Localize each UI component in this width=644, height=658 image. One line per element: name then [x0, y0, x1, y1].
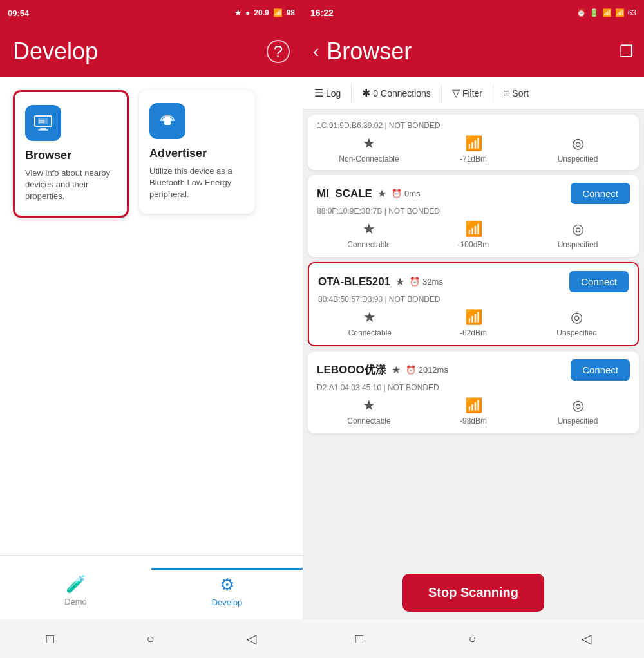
device-card-mi-scale[interactable]: MI_SCALE ★ ⏰ 0ms Connect 88:0F:10:9E:3B:…	[308, 175, 639, 257]
mi-scale-top: MI_SCALE ★ ⏰ 0ms Connect	[317, 183, 630, 204]
right-battery-icon: 🔋	[589, 8, 599, 17]
clock-icon-2: ⏰	[410, 277, 420, 287]
advertiser-card[interactable]: Advertiser Utilize this device as a Blue…	[139, 90, 255, 214]
mi-scale-prop2-label: -100dBm	[458, 240, 489, 249]
ota-ble-star-icon[interactable]: ★	[395, 276, 404, 288]
ota-ble-time-value: 32ms	[422, 277, 443, 287]
clock-icon-3: ⏰	[406, 365, 416, 375]
ota-ble-mac: 80:4B:50:57:D3:90 | NOT BONDED	[318, 295, 629, 304]
monitor-icon	[33, 113, 53, 133]
browser-card[interactable]: Browser View info about nearby devices a…	[13, 90, 129, 218]
left-system-nav: □ ○ ◁	[0, 619, 303, 658]
ota-ble-prop2-label: -62dBm	[460, 328, 487, 337]
partial-device-card: 1C:91:9D:B6:39:02 | NOT BONDED ★ Non-Con…	[308, 115, 639, 170]
svg-rect-5	[39, 120, 44, 123]
partial-prop-3: ◎ Unspecified	[526, 135, 630, 164]
advertiser-card-desc: Utilize this device as a Bluetooth Low E…	[149, 165, 245, 201]
toolbar-divider-1	[351, 84, 352, 102]
advertiser-card-title: Advertiser	[149, 147, 207, 160]
target-prop-icon-3: ◎	[572, 397, 584, 414]
right-panel: 16:22 ⏰ 🔋 📶 📶 63 ‹ Browser ❐ ☰ Log ✱ 0 C…	[303, 0, 644, 658]
right-battery-num: 63	[628, 8, 636, 17]
lebooo-star-icon[interactable]: ★	[392, 364, 401, 376]
device-card-lebooo[interactable]: LEBOOO优漾 ★ ⏰ 2012ms Connect D2:A1:04:03:…	[308, 352, 639, 433]
wifi-prop-icon-2: 📶	[465, 309, 482, 326]
right-header-left: ‹ Browser	[313, 38, 412, 65]
mi-scale-star-icon[interactable]: ★	[377, 187, 386, 200]
right-circle-btn[interactable]: ○	[468, 632, 476, 646]
right-app-title: Browser	[327, 38, 412, 65]
demo-tab-label: Demo	[64, 597, 87, 606]
signal-status-icon: ●	[245, 8, 250, 17]
right-wifi-icon: 📶	[615, 8, 625, 17]
lebooo-prop-1: ★ Connectable	[317, 397, 421, 426]
nav-tab-demo[interactable]: 🧪 Demo	[0, 569, 151, 606]
gear-icon: ⚙	[220, 575, 234, 595]
right-toolbar: ☰ Log ✱ 0 Connections ▽ Filter ≡ Sort	[303, 77, 644, 109]
left-triangle-btn[interactable]: ◁	[247, 631, 256, 646]
wifi-status-icon: 📶	[273, 8, 283, 17]
lebooo-prop1-label: Connectable	[347, 417, 390, 426]
ota-ble-prop1-label: Connectable	[348, 328, 392, 337]
lebooo-prop-3: ◎ Unspecified	[526, 397, 630, 426]
filter-button[interactable]: ▽ Filter	[446, 83, 489, 103]
layers-icon[interactable]: ❐	[620, 42, 634, 61]
connections-icon: ✱	[362, 87, 370, 99]
target-prop-icon-1: ◎	[572, 221, 584, 238]
right-square-btn[interactable]: □	[355, 632, 363, 646]
ota-ble-prop3-label: Unspecified	[556, 328, 597, 337]
mi-scale-connect-button[interactable]: Connect	[571, 183, 630, 204]
left-content: Browser View info about nearby devices a…	[0, 77, 303, 555]
right-triangle-btn[interactable]: ◁	[582, 631, 591, 646]
lebooo-name-row: LEBOOO优漾 ★ ⏰ 2012ms	[317, 362, 448, 377]
ota-ble-name-row: OTA-BLE5201 ★ ⏰ 32ms	[318, 276, 443, 288]
lebooo-connect-button[interactable]: Connect	[571, 359, 630, 381]
ota-ble-connect-button[interactable]: Connect	[569, 271, 629, 292]
left-square-btn[interactable]: □	[46, 632, 54, 646]
left-bottom-nav: 🧪 Demo ⚙ Develop	[0, 555, 303, 619]
log-label: Log	[326, 88, 341, 99]
left-header: Develop ?	[0, 26, 303, 77]
right-signal-icon: 📶	[602, 8, 612, 17]
nav-tab-develop[interactable]: ⚙ Develop	[151, 568, 303, 607]
left-circle-btn[interactable]: ○	[146, 632, 154, 646]
partial-prop-2: 📶 -71dBm	[421, 135, 526, 164]
lebooo-time-value: 2012ms	[419, 365, 448, 375]
right-header: ‹ Browser ❐	[303, 26, 644, 77]
right-status-icons: ⏰ 🔋 📶 📶 63	[576, 8, 636, 17]
left-status-icons: ★ ● 20.9 📶 98	[234, 8, 295, 17]
ota-ble-name: OTA-BLE5201	[318, 276, 390, 288]
partial-device-props: ★ Non-Connectable 📶 -71dBm ◎ Unspecified	[317, 135, 630, 164]
partial-prop2-label: -71dBm	[460, 155, 487, 164]
sort-button[interactable]: ≡ Sort	[497, 84, 535, 103]
advertiser-card-icon	[149, 103, 185, 139]
bluetooth-icon: ★	[363, 135, 375, 152]
lebooo-time: ⏰ 2012ms	[406, 365, 448, 375]
lebooo-mac: D2:A1:04:03:45:10 | NOT BONDED	[317, 383, 630, 392]
ota-ble-prop-2: 📶 -62dBm	[422, 309, 526, 337]
filter-icon: ▽	[452, 87, 460, 99]
connections-button[interactable]: ✱ 0 Connections	[355, 83, 437, 103]
lebooo-prop3-label: Unspecified	[558, 417, 598, 426]
log-icon: ☰	[314, 87, 323, 99]
back-button[interactable]: ‹	[313, 41, 319, 62]
right-system-nav: □ ○ ◁	[303, 619, 644, 658]
mi-scale-prop1-label: Connectable	[347, 240, 390, 249]
network-status-icon: 20.9	[254, 8, 269, 17]
target-prop-icon-2: ◎	[571, 309, 583, 326]
bluetooth-prop-icon-1: ★	[363, 221, 375, 238]
bluetooth-prop-icon-3: ★	[363, 397, 375, 414]
partial-prop1-label: Non-Connectable	[339, 155, 399, 164]
stop-scanning-button[interactable]: Stop Scanning	[402, 574, 544, 612]
develop-tab-label: Develop	[212, 597, 243, 607]
device-card-ota-ble5201[interactable]: OTA-BLE5201 ★ ⏰ 32ms Connect 80:4B:50:57…	[308, 262, 639, 346]
sort-icon: ≡	[504, 88, 509, 99]
ota-ble-top: OTA-BLE5201 ★ ⏰ 32ms Connect	[318, 271, 629, 292]
mi-scale-name: MI_SCALE	[317, 187, 372, 200]
help-button[interactable]: ?	[267, 40, 290, 63]
ota-ble-props: ★ Connectable 📶 -62dBm ◎ Unspecified	[318, 309, 629, 337]
log-button[interactable]: ☰ Log	[308, 83, 347, 103]
lebooo-top: LEBOOO优漾 ★ ⏰ 2012ms Connect	[317, 359, 630, 381]
right-alarm-icon: ⏰	[576, 8, 586, 17]
mi-scale-mac: 88:0F:10:9E:3B:7B | NOT BONDED	[317, 207, 630, 216]
